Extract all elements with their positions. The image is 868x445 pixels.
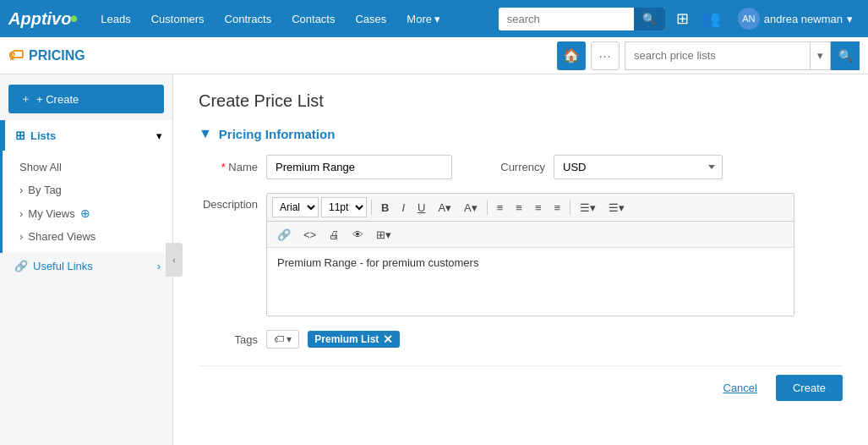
underline-button[interactable]: U xyxy=(412,197,430,217)
create-submit-button[interactable]: Create xyxy=(776,375,843,401)
home-button[interactable]: 🏠 xyxy=(557,41,586,70)
toolbar-separator-3 xyxy=(570,200,570,215)
user-menu[interactable]: AN andrea newman ▾ xyxy=(731,8,860,30)
font-size-select[interactable]: 11pt xyxy=(321,197,367,217)
tag-chip-label: Premium List xyxy=(314,333,379,345)
search-go-button[interactable]: 🔍 xyxy=(831,41,860,70)
font-color-button[interactable]: A▾ xyxy=(433,197,456,217)
lists-label: Lists xyxy=(30,129,56,142)
shared-views-label: Shared Views xyxy=(28,230,96,243)
top-search-box: 🔍 xyxy=(499,8,665,30)
name-currency-row: * Name Currency USD xyxy=(199,155,843,179)
top-search-input[interactable] xyxy=(499,8,634,30)
sidebar-shared-views[interactable]: › Shared Views xyxy=(3,225,172,248)
nav-leads[interactable]: Leads xyxy=(90,0,140,37)
price-list-search: ▾ 🔍 xyxy=(625,41,860,70)
section-chevron-icon[interactable]: ▼ xyxy=(199,126,212,141)
price-list-search-input[interactable] xyxy=(625,41,811,70)
user-dropdown-icon: ▾ xyxy=(847,13,853,25)
search-dropdown-button[interactable]: ▾ xyxy=(811,41,831,70)
align-right-button[interactable]: ≡ xyxy=(530,197,547,217)
sidebar-show-all[interactable]: Show All xyxy=(3,156,172,179)
table-button[interactable]: ⊞▾ xyxy=(371,224,396,244)
more-options-button[interactable]: ··· xyxy=(591,41,620,70)
sidebar-sub-menu: Show All › By Tag › My Views ⊕ › Shared … xyxy=(3,151,172,253)
preview-button[interactable]: 👁 xyxy=(347,224,368,244)
font-family-select[interactable]: Arial xyxy=(272,197,319,217)
tags-row: Tags 🏷 ▾ Premium List ✕ xyxy=(199,330,843,349)
toolbar-separator-2 xyxy=(487,200,488,215)
nav-customers[interactable]: Customers xyxy=(141,0,215,37)
form-actions: Cancel Create xyxy=(199,365,843,401)
print-button[interactable]: 🖨 xyxy=(324,224,345,244)
chevron-right-icon: › xyxy=(19,184,23,196)
sidebar-my-views[interactable]: › My Views ⊕ xyxy=(3,201,172,225)
highlight-button[interactable]: A▾ xyxy=(459,197,483,217)
lists-chevron-icon: ▾ xyxy=(156,129,162,142)
logo-dot: • xyxy=(69,7,78,30)
bold-button[interactable]: B xyxy=(376,197,394,217)
tags-label: Tags xyxy=(199,333,258,346)
nav-contacts[interactable]: Contacts xyxy=(281,0,345,37)
code-button[interactable]: <> xyxy=(298,224,321,244)
page-title: Create Price List xyxy=(199,91,843,111)
my-views-add-icon[interactable]: ⊕ xyxy=(80,206,90,220)
description-label: Description xyxy=(199,193,258,211)
sidebar: ＋ + Create ⊞ Lists ▾ Show All › By Tag xyxy=(0,74,173,445)
cancel-button[interactable]: Cancel xyxy=(713,375,767,401)
logo-text: Apptivo xyxy=(8,9,71,29)
nav-cases[interactable]: Cases xyxy=(345,0,396,37)
by-tag-label: By Tag xyxy=(28,184,62,196)
editor-content: Premium Range - for premium customers xyxy=(277,256,478,269)
currency-select[interactable]: USD xyxy=(554,155,723,179)
people-icon-button[interactable]: 👥 xyxy=(697,5,724,32)
description-area: Description Arial 11pt B I U A▾ A▾ xyxy=(199,193,843,316)
toolbar-separator-1 xyxy=(371,200,372,215)
name-group: * Name xyxy=(199,155,452,179)
secondary-navigation: 🏷 PRICING 🏠 ··· ▾ 🔍 xyxy=(0,37,868,74)
create-button[interactable]: ＋ + Create xyxy=(8,85,164,113)
nav-more[interactable]: More ▾ xyxy=(396,0,450,37)
secondary-nav-right: 🏠 ··· ▾ 🔍 xyxy=(557,41,860,70)
sidebar-item-lists[interactable]: ⊞ Lists ▾ xyxy=(3,120,172,151)
tag-remove-button[interactable]: ✕ xyxy=(383,333,393,345)
app-logo[interactable]: Apptivo• xyxy=(8,7,78,30)
main-content: Create Price List ▼ Pricing Information … xyxy=(173,74,868,445)
pricing-label: 🏷 PRICING xyxy=(8,47,550,64)
editor-body[interactable]: Premium Range - for premium customers xyxy=(267,248,794,316)
name-input[interactable] xyxy=(266,155,452,179)
link-button[interactable]: 🔗 xyxy=(272,224,296,244)
useful-links-chevron-icon: › xyxy=(157,260,161,272)
editor-toolbar-row1: Arial 11pt B I U A▾ A▾ ≡ ≡ ≡ ≡ xyxy=(267,194,794,222)
italic-button[interactable]: I xyxy=(396,197,410,217)
tag-add-button[interactable]: 🏷 ▾ xyxy=(266,330,299,349)
grid-icon-button[interactable]: ⊞ xyxy=(672,5,693,32)
useful-links-label: Useful Links xyxy=(33,260,93,272)
section-title: Pricing Information xyxy=(219,127,336,141)
pricing-title: PRICING xyxy=(29,48,85,63)
numbered-list-button[interactable]: ☰▾ xyxy=(603,197,630,217)
user-name: andrea newman xyxy=(764,13,843,25)
currency-label: Currency xyxy=(486,161,545,173)
tag-chip: Premium List ✕ xyxy=(308,331,400,348)
link-icon: 🔗 xyxy=(14,260,28,272)
chevron-right-icon2: › xyxy=(19,207,23,220)
sidebar-useful-links[interactable]: 🔗 Useful Links › xyxy=(0,253,172,279)
sidebar-collapse-button[interactable]: ‹ xyxy=(166,243,183,277)
avatar: AN xyxy=(738,8,760,30)
align-center-button[interactable]: ≡ xyxy=(510,197,527,217)
my-views-label: My Views xyxy=(28,207,74,220)
required-star: * xyxy=(221,161,226,173)
bullet-list-button[interactable]: ☰▾ xyxy=(575,197,601,217)
align-left-button[interactable]: ≡ xyxy=(492,197,509,217)
top-navigation: Apptivo• Leads Customers Contracts Conta… xyxy=(0,0,868,37)
create-plus-icon: ＋ xyxy=(20,91,31,107)
top-search-button[interactable]: 🔍 xyxy=(634,8,665,30)
nav-icon-area: ⊞ 👥 xyxy=(672,5,724,32)
justify-button[interactable]: ≡ xyxy=(549,197,566,217)
nav-links: Leads Customers Contracts Contacts Cases… xyxy=(90,0,499,37)
sidebar-by-tag[interactable]: › By Tag xyxy=(3,179,172,201)
nav-contracts[interactable]: Contracts xyxy=(215,0,282,37)
chevron-right-icon3: › xyxy=(19,230,23,243)
main-layout: ＋ + Create ⊞ Lists ▾ Show All › By Tag xyxy=(0,74,868,445)
